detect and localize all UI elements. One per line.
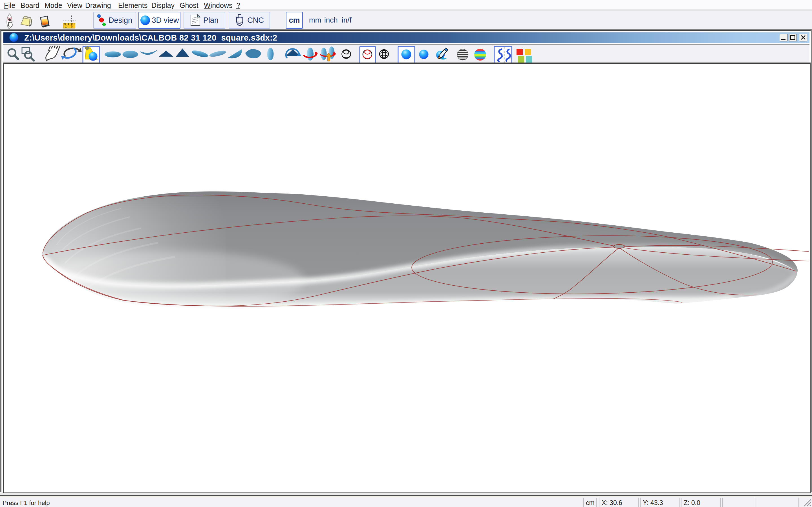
svg-text:0: 0 [71, 25, 73, 28]
svg-text:1: 1 [65, 25, 67, 28]
